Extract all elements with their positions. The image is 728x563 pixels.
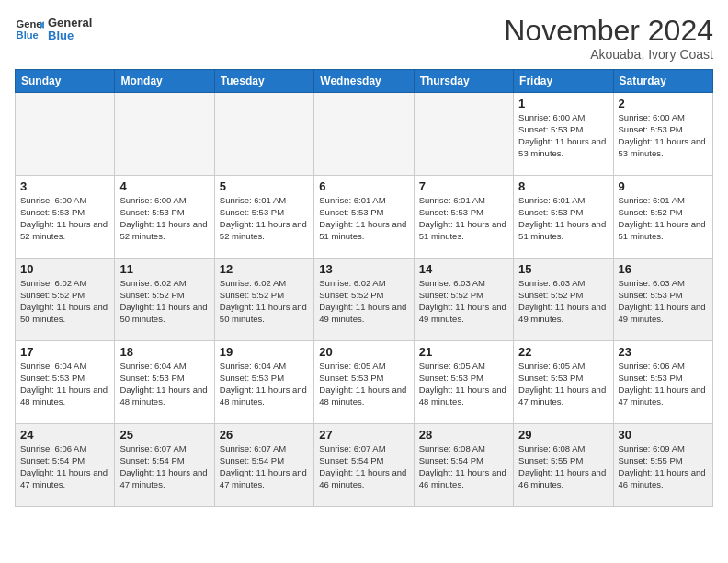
calendar-cell: 6Sunrise: 6:01 AMSunset: 5:53 PMDaylight… [314, 176, 414, 259]
day-info: Sunrise: 6:01 AMSunset: 5:53 PMDaylight:… [319, 195, 408, 242]
weekday-header-row: SundayMondayTuesdayWednesdayThursdayFrid… [16, 70, 713, 93]
day-info: Sunrise: 6:09 AMSunset: 5:55 PMDaylight:… [619, 443, 708, 490]
calendar-cell: 25Sunrise: 6:07 AMSunset: 5:54 PMDayligh… [115, 424, 214, 507]
weekday-header-monday: Monday [115, 70, 214, 93]
svg-text:Blue: Blue [17, 29, 39, 40]
calendar-cell: 15Sunrise: 6:03 AMSunset: 5:52 PMDayligh… [514, 259, 613, 341]
day-number: 7 [419, 179, 508, 193]
day-info: Sunrise: 6:01 AMSunset: 5:53 PMDaylight:… [518, 195, 608, 242]
logo-icon: General Blue [15, 15, 44, 44]
day-info: Sunrise: 6:00 AMSunset: 5:53 PMDaylight:… [619, 112, 708, 159]
calendar-cell: 16Sunrise: 6:03 AMSunset: 5:53 PMDayligh… [613, 259, 712, 341]
calendar-cell: 14Sunrise: 6:03 AMSunset: 5:52 PMDayligh… [414, 259, 513, 341]
calendar-cell: 22Sunrise: 6:05 AMSunset: 5:53 PMDayligh… [514, 341, 613, 424]
calendar-cell: 18Sunrise: 6:04 AMSunset: 5:53 PMDayligh… [115, 341, 214, 424]
title-block: November 2024 Akouaba, Ivory Coast [504, 15, 713, 62]
day-info: Sunrise: 6:00 AMSunset: 5:53 PMDaylight:… [119, 195, 209, 242]
day-number: 8 [518, 179, 608, 193]
calendar-cell: 3Sunrise: 6:00 AMSunset: 5:53 PMDaylight… [16, 176, 115, 259]
week-row-2: 3Sunrise: 6:00 AMSunset: 5:53 PMDaylight… [16, 176, 713, 259]
calendar-cell: 29Sunrise: 6:08 AMSunset: 5:55 PMDayligh… [514, 424, 613, 507]
day-number: 13 [319, 262, 408, 276]
day-number: 6 [319, 179, 408, 193]
calendar-cell: 21Sunrise: 6:05 AMSunset: 5:53 PMDayligh… [414, 341, 513, 424]
week-row-4: 17Sunrise: 6:04 AMSunset: 5:53 PMDayligh… [16, 341, 713, 424]
day-info: Sunrise: 6:05 AMSunset: 5:53 PMDaylight:… [319, 361, 408, 408]
day-number: 10 [20, 262, 109, 276]
day-number: 17 [20, 345, 109, 359]
calendar-cell [214, 93, 313, 176]
weekday-header-tuesday: Tuesday [214, 70, 313, 93]
header: General Blue General Blue November 2024 … [15, 15, 713, 62]
day-info: Sunrise: 6:00 AMSunset: 5:53 PMDaylight:… [518, 112, 608, 159]
calendar-cell: 8Sunrise: 6:01 AMSunset: 5:53 PMDaylight… [514, 176, 613, 259]
calendar-cell [314, 93, 414, 176]
day-info: Sunrise: 6:07 AMSunset: 5:54 PMDaylight:… [220, 443, 309, 490]
day-number: 19 [220, 345, 309, 359]
day-number: 29 [518, 428, 608, 442]
day-number: 9 [619, 179, 708, 193]
day-info: Sunrise: 6:03 AMSunset: 5:53 PMDaylight:… [619, 278, 708, 325]
day-info: Sunrise: 6:02 AMSunset: 5:52 PMDaylight:… [220, 278, 309, 325]
calendar-cell: 7Sunrise: 6:01 AMSunset: 5:53 PMDaylight… [414, 176, 513, 259]
calendar-cell: 1Sunrise: 6:00 AMSunset: 5:53 PMDaylight… [514, 93, 613, 176]
day-info: Sunrise: 6:03 AMSunset: 5:52 PMDaylight:… [419, 278, 508, 325]
weekday-header-wednesday: Wednesday [314, 70, 414, 93]
logo: General Blue General Blue [15, 15, 92, 44]
calendar-table: SundayMondayTuesdayWednesdayThursdayFrid… [15, 69, 713, 507]
day-number: 2 [619, 97, 708, 110]
week-row-1: 1Sunrise: 6:00 AMSunset: 5:53 PMDaylight… [16, 93, 713, 176]
day-number: 4 [119, 179, 209, 193]
weekday-header-thursday: Thursday [414, 70, 513, 93]
day-number: 30 [619, 428, 708, 442]
day-info: Sunrise: 6:06 AMSunset: 5:53 PMDaylight:… [619, 361, 708, 408]
day-info: Sunrise: 6:01 AMSunset: 5:53 PMDaylight:… [220, 195, 309, 242]
weekday-header-saturday: Saturday [613, 70, 712, 93]
day-number: 15 [518, 262, 608, 276]
day-number: 12 [220, 262, 309, 276]
logo-line1: General [48, 17, 92, 29]
calendar-cell: 24Sunrise: 6:06 AMSunset: 5:54 PMDayligh… [16, 424, 115, 507]
day-number: 26 [220, 428, 309, 442]
day-number: 21 [419, 345, 508, 359]
day-info: Sunrise: 6:02 AMSunset: 5:52 PMDaylight:… [319, 278, 408, 325]
day-number: 3 [20, 179, 109, 193]
week-row-3: 10Sunrise: 6:02 AMSunset: 5:52 PMDayligh… [16, 259, 713, 341]
day-info: Sunrise: 6:08 AMSunset: 5:54 PMDaylight:… [419, 443, 508, 490]
day-number: 24 [20, 428, 109, 442]
day-info: Sunrise: 6:02 AMSunset: 5:52 PMDaylight:… [119, 278, 209, 325]
day-number: 18 [119, 345, 209, 359]
day-number: 14 [419, 262, 508, 276]
calendar-cell: 26Sunrise: 6:07 AMSunset: 5:54 PMDayligh… [214, 424, 313, 507]
calendar-cell: 2Sunrise: 6:00 AMSunset: 5:53 PMDaylight… [613, 93, 712, 176]
day-number: 28 [419, 428, 508, 442]
weekday-header-sunday: Sunday [16, 70, 115, 93]
day-info: Sunrise: 6:07 AMSunset: 5:54 PMDaylight:… [319, 443, 408, 490]
calendar-cell [414, 93, 513, 176]
calendar-cell: 11Sunrise: 6:02 AMSunset: 5:52 PMDayligh… [115, 259, 214, 341]
calendar-cell: 28Sunrise: 6:08 AMSunset: 5:54 PMDayligh… [414, 424, 513, 507]
day-number: 22 [518, 345, 608, 359]
day-info: Sunrise: 6:04 AMSunset: 5:53 PMDaylight:… [220, 361, 309, 408]
day-number: 16 [619, 262, 708, 276]
page: General Blue General Blue November 2024 … [0, 0, 728, 516]
day-info: Sunrise: 6:04 AMSunset: 5:53 PMDaylight:… [119, 361, 209, 408]
logo-line2: Blue [48, 29, 92, 42]
calendar-cell: 12Sunrise: 6:02 AMSunset: 5:52 PMDayligh… [214, 259, 313, 341]
day-number: 25 [119, 428, 209, 442]
calendar-cell: 23Sunrise: 6:06 AMSunset: 5:53 PMDayligh… [613, 341, 712, 424]
day-info: Sunrise: 6:05 AMSunset: 5:53 PMDaylight:… [518, 361, 608, 408]
day-info: Sunrise: 6:00 AMSunset: 5:53 PMDaylight:… [20, 195, 109, 242]
calendar-cell [16, 93, 115, 176]
calendar-cell: 19Sunrise: 6:04 AMSunset: 5:53 PMDayligh… [214, 341, 313, 424]
day-info: Sunrise: 6:03 AMSunset: 5:52 PMDaylight:… [518, 278, 608, 325]
calendar-cell: 17Sunrise: 6:04 AMSunset: 5:53 PMDayligh… [16, 341, 115, 424]
location-subtitle: Akouaba, Ivory Coast [504, 47, 713, 62]
day-number: 1 [518, 97, 608, 110]
calendar-cell: 10Sunrise: 6:02 AMSunset: 5:52 PMDayligh… [16, 259, 115, 341]
day-number: 11 [119, 262, 209, 276]
day-number: 20 [319, 345, 408, 359]
week-row-5: 24Sunrise: 6:06 AMSunset: 5:54 PMDayligh… [16, 424, 713, 507]
calendar-cell: 27Sunrise: 6:07 AMSunset: 5:54 PMDayligh… [314, 424, 414, 507]
day-number: 27 [319, 428, 408, 442]
